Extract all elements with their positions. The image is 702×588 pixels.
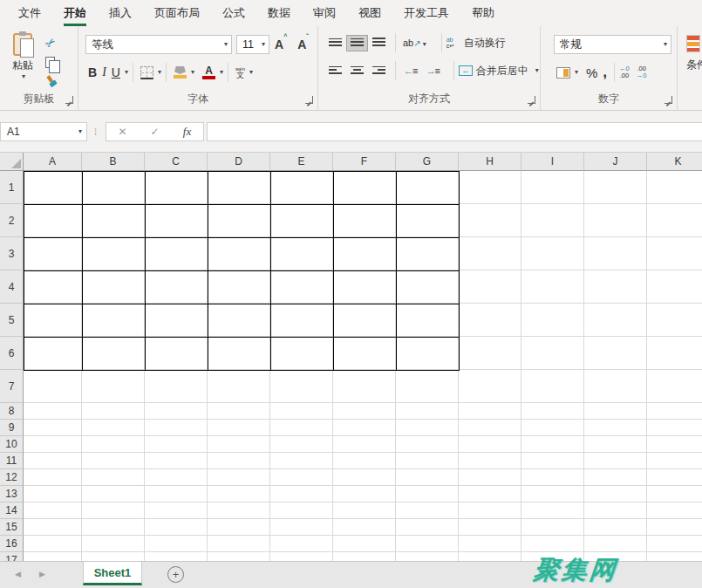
cell-J11[interactable] bbox=[584, 453, 647, 469]
alignment-dialog-launcher-icon[interactable] bbox=[528, 96, 535, 104]
cell-K4[interactable] bbox=[647, 270, 702, 304]
cell-C5[interactable] bbox=[145, 304, 208, 337]
cell-H2[interactable] bbox=[459, 204, 521, 237]
cell-J2[interactable] bbox=[584, 204, 647, 237]
font-name-select[interactable]: 等线▾ bbox=[85, 35, 232, 54]
cell-K8[interactable] bbox=[647, 403, 702, 420]
cell-A1[interactable] bbox=[24, 171, 82, 204]
row-header-4[interactable]: 4 bbox=[0, 270, 24, 304]
cell-H14[interactable] bbox=[459, 503, 521, 519]
cell-A11[interactable] bbox=[24, 453, 82, 469]
cell-K14[interactable] bbox=[647, 503, 702, 519]
cell-E9[interactable] bbox=[270, 420, 333, 436]
cell-K15[interactable] bbox=[647, 519, 702, 536]
prev-sheet-arrow-icon[interactable]: ◀ bbox=[15, 570, 21, 578]
cell-F16[interactable] bbox=[333, 536, 396, 552]
tab-page-layout[interactable]: 页面布局 bbox=[143, 0, 211, 26]
cell-C14[interactable] bbox=[145, 503, 208, 519]
cell-B5[interactable] bbox=[82, 304, 145, 337]
cell-I5[interactable] bbox=[521, 304, 584, 337]
cell-J16[interactable] bbox=[584, 536, 647, 552]
cell-J4[interactable] bbox=[584, 270, 647, 304]
cell-F9[interactable] bbox=[333, 420, 396, 436]
tab-insert[interactable]: 插入 bbox=[98, 0, 143, 26]
cancel-button[interactable]: ✕ bbox=[106, 123, 139, 140]
cell-D2[interactable] bbox=[208, 204, 270, 237]
orientation-button[interactable]: ab↗▾ bbox=[400, 36, 429, 50]
cell-E17[interactable] bbox=[270, 552, 333, 561]
cell-A4[interactable] bbox=[24, 270, 82, 304]
row-header-8[interactable]: 8 bbox=[0, 403, 24, 420]
cell-B15[interactable] bbox=[82, 519, 145, 536]
column-header-B[interactable]: B bbox=[82, 153, 145, 171]
row-header-15[interactable]: 15 bbox=[0, 519, 24, 536]
accounting-format-button[interactable] bbox=[554, 65, 573, 80]
cell-D9[interactable] bbox=[208, 420, 270, 436]
cell-C17[interactable] bbox=[145, 552, 208, 561]
cell-J9[interactable] bbox=[584, 420, 647, 436]
cell-H7[interactable] bbox=[459, 370, 521, 403]
cell-H6[interactable] bbox=[459, 337, 521, 370]
cell-K17[interactable] bbox=[647, 552, 702, 561]
cell-I15[interactable] bbox=[521, 519, 584, 536]
cell-E15[interactable] bbox=[270, 519, 333, 536]
cell-K11[interactable] bbox=[647, 453, 702, 469]
cell-D13[interactable] bbox=[208, 486, 270, 503]
italic-button[interactable]: I bbox=[99, 64, 109, 81]
align-left-button[interactable] bbox=[325, 64, 345, 79]
cell-C6[interactable] bbox=[145, 337, 208, 370]
sheet-tab-sheet1[interactable]: Sheet1 bbox=[83, 562, 142, 585]
insert-function-button[interactable]: fx bbox=[171, 123, 203, 140]
cell-G2[interactable] bbox=[396, 204, 459, 237]
cell-D8[interactable] bbox=[208, 403, 270, 420]
cell-F4[interactable] bbox=[333, 270, 396, 304]
tab-data[interactable]: 数据 bbox=[256, 0, 302, 26]
cell-C3[interactable] bbox=[145, 237, 208, 270]
cell-K10[interactable] bbox=[647, 436, 702, 453]
cell-F5[interactable] bbox=[333, 304, 396, 337]
cell-G6[interactable] bbox=[396, 337, 459, 370]
tab-help[interactable]: 帮助 bbox=[460, 0, 506, 26]
row-header-10[interactable]: 10 bbox=[0, 436, 24, 453]
cell-H17[interactable] bbox=[459, 552, 521, 561]
chevron-down-icon[interactable]: ▾ bbox=[575, 69, 578, 76]
cell-D1[interactable] bbox=[208, 171, 270, 204]
cell-H15[interactable] bbox=[459, 519, 521, 536]
cell-G10[interactable] bbox=[396, 436, 459, 453]
column-header-E[interactable]: E bbox=[270, 153, 333, 171]
cell-J6[interactable] bbox=[584, 337, 647, 370]
cell-G4[interactable] bbox=[396, 270, 459, 304]
cell-A7[interactable] bbox=[24, 370, 82, 403]
row-header-3[interactable]: 3 bbox=[0, 237, 24, 270]
wrap-text-button[interactable]: abc↵ 自动换行 bbox=[446, 36, 506, 51]
cell-H10[interactable] bbox=[459, 436, 521, 453]
cell-B2[interactable] bbox=[82, 204, 145, 237]
tab-developer[interactable]: 开发工具 bbox=[392, 0, 460, 26]
cell-F12[interactable] bbox=[333, 469, 396, 486]
comma-style-button[interactable]: , bbox=[600, 66, 610, 79]
cell-I9[interactable] bbox=[521, 420, 584, 436]
cell-B9[interactable] bbox=[82, 420, 145, 436]
decrease-font-size-button[interactable]: Aˇ bbox=[292, 38, 313, 51]
column-header-J[interactable]: J bbox=[584, 153, 647, 171]
cell-A14[interactable] bbox=[24, 503, 82, 519]
cell-A9[interactable] bbox=[24, 420, 82, 436]
cell-H9[interactable] bbox=[459, 420, 521, 436]
cell-A17[interactable] bbox=[24, 552, 82, 561]
cell-A10[interactable] bbox=[24, 436, 82, 453]
cell-E7[interactable] bbox=[270, 370, 333, 403]
cell-A5[interactable] bbox=[24, 304, 82, 337]
cell-C4[interactable] bbox=[145, 270, 208, 304]
cell-H8[interactable] bbox=[459, 403, 521, 420]
cell-H16[interactable] bbox=[459, 536, 521, 552]
cell-G1[interactable] bbox=[396, 171, 459, 204]
cell-F7[interactable] bbox=[333, 370, 396, 403]
chevron-down-icon[interactable]: ▾ bbox=[158, 69, 161, 76]
font-color-button[interactable]: A bbox=[200, 65, 218, 81]
cell-E11[interactable] bbox=[270, 453, 333, 469]
cell-C7[interactable] bbox=[145, 370, 208, 403]
cell-D5[interactable] bbox=[208, 304, 270, 337]
font-dialog-launcher-icon[interactable] bbox=[305, 96, 313, 104]
cell-I6[interactable] bbox=[521, 337, 584, 370]
cell-J13[interactable] bbox=[584, 486, 647, 503]
